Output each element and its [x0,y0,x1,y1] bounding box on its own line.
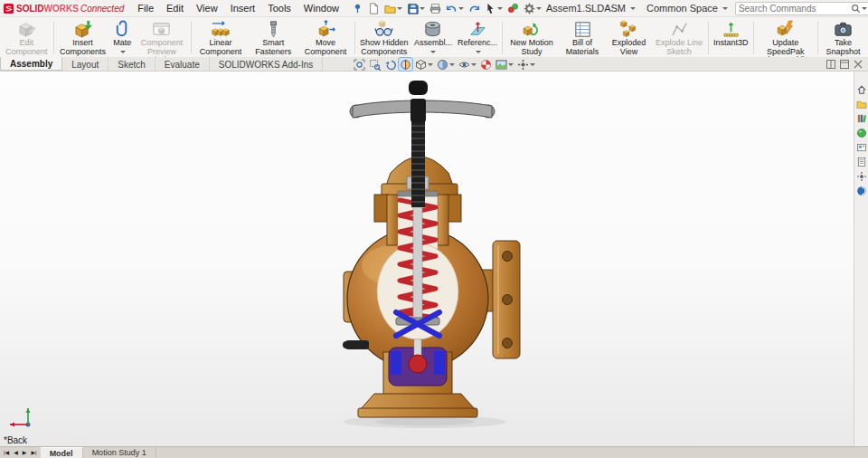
nav-last-icon[interactable]: ▶| [29,450,38,455]
mate-button[interactable]: Mate [110,19,135,57]
reference-geometry-icon [468,20,487,39]
smart-fasteners-icon [264,20,283,39]
update-speedpak-button[interactable]: Update SpeedPak Subassemblies [755,19,816,57]
redo-icon[interactable] [467,2,481,15]
open-icon[interactable] [383,2,403,15]
assembly-features-icon [423,20,442,39]
undo-icon[interactable] [445,2,465,15]
edit-component-button[interactable]: Edit Component [2,19,52,57]
document-title: Assem1.SLDASM [546,3,626,14]
valve-assembly-model[interactable] [298,72,542,434]
search-input[interactable] [739,4,851,14]
split-pane-icon[interactable] [826,60,835,69]
float-pane-icon[interactable] [840,60,849,69]
3dexperience-compass-icon[interactable] [856,186,867,196]
move-component-button[interactable]: Move Component [298,19,353,57]
insert-components-button[interactable]: Insert Components [55,19,109,57]
explode-line-sketch-icon [670,20,689,39]
previous-view-icon[interactable] [383,58,397,71]
view-orientation-icon[interactable] [414,58,434,71]
hide-show-items-icon[interactable] [458,58,477,71]
new-motion-study-button[interactable]: New Motion Study [505,19,559,57]
app-logo: SOLIDWORKSConnected [4,3,124,14]
search-icon[interactable] [851,4,861,14]
search-commands-box [735,2,868,15]
menu-tools[interactable]: Tools [261,1,297,15]
component-preview-window-icon [152,20,171,39]
pane-controls [826,57,868,71]
view-palette-icon[interactable] [856,142,867,153]
tab-motion-study-1[interactable]: Motion Study 1 [83,447,156,458]
tab-model[interactable]: Model [41,447,83,458]
menu-view[interactable]: View [190,1,224,15]
select-cursor-icon[interactable] [484,2,504,15]
insert-components-icon [73,20,92,39]
tab-evaluate[interactable]: Evaluate [156,57,210,71]
print-icon[interactable] [429,2,442,15]
view-settings-icon[interactable] [516,58,536,71]
exploded-view-button[interactable]: Exploded View [606,19,652,57]
menu-window[interactable]: Window [297,1,345,15]
linear-component-pattern-button[interactable]: Linear Component Pattern [193,19,248,57]
graphics-viewport[interactable]: *Back [0,72,854,446]
solidworks-window: SOLIDWORKSConnected File Edit View Inser… [0,0,868,458]
menu-edit[interactable]: Edit [160,1,190,15]
nav-first-icon[interactable]: |◀ [2,450,11,455]
instant3d-icon [722,20,741,39]
pin-icon[interactable] [351,2,364,15]
save-icon[interactable] [406,2,426,15]
bill-of-materials-icon [573,20,592,39]
edit-appearance-icon[interactable] [479,58,493,71]
update-speedpak-icon [776,20,795,39]
new-motion-study-icon [522,20,541,39]
assembly-features-button[interactable]: Assembl... [411,19,455,57]
linear-component-pattern-icon [211,20,230,39]
settings-icon[interactable] [856,171,867,182]
menu-bar: File Edit View Insert Tools Window [131,1,345,15]
properties-icon[interactable] [856,157,867,167]
take-snapshot-button[interactable]: Take Snapshot [820,19,866,57]
smart-fasteners-button[interactable]: Smart Fasteners [248,19,298,57]
instant3d-button[interactable]: Instant3D [711,19,751,57]
design-library-icon[interactable] [856,113,867,124]
workspace-selector[interactable]: Common Space [646,3,718,14]
folder-icon[interactable] [856,99,867,110]
new-document-icon[interactable] [367,2,381,15]
bill-of-materials-button[interactable]: Bill of Materials [559,19,606,57]
zoom-fit-icon[interactable] [353,58,366,71]
explode-line-sketch-button[interactable]: Explode Line Sketch [652,19,706,57]
component-preview-window-button[interactable]: Component Preview Window [135,19,189,57]
appearances-sphere-icon[interactable] [856,128,867,138]
edit-component-icon [17,20,36,39]
command-tab-row: Assembly Layout Sketch Evaluate SOLIDWOR… [0,57,868,72]
close-pane-icon[interactable] [854,60,863,69]
home-icon[interactable] [856,84,867,95]
workspace-chevron-icon[interactable] [722,7,728,13]
orientation-triad [5,401,35,432]
exploded-view-icon [619,20,638,39]
menu-insert[interactable]: Insert [224,1,262,15]
tab-layout[interactable]: Layout [62,57,108,71]
apply-scene-icon[interactable] [495,58,514,71]
options-gear-icon[interactable] [523,2,542,15]
tab-solidworks-add-ins[interactable]: SOLIDWORKS Add-Ins [210,57,323,71]
nav-prev-icon[interactable]: ◀ [12,450,20,455]
command-manager-ribbon: Edit Component Insert Components Mate Co… [0,17,868,57]
tab-sketch[interactable]: Sketch [108,57,156,71]
nav-next-icon[interactable]: ▶ [21,450,29,455]
tab-assembly[interactable]: Assembly [0,57,62,71]
menu-file[interactable]: File [131,1,160,15]
bottom-tab-bar: |◀ ◀ ▶ ▶| Model Motion Study 1 [0,446,868,458]
show-hidden-components-button[interactable]: Show Hidden Components [357,19,411,57]
display-style-icon[interactable] [436,58,456,71]
reference-geometry-button[interactable]: Referenc... [455,19,500,57]
main-area: *Back [0,72,868,446]
search-scope-chevron-icon[interactable] [862,7,867,13]
document-chevron-icon[interactable] [630,7,636,13]
show-hidden-components-icon [374,20,393,39]
title-bar: SOLIDWORKSConnected File Edit View Inser… [0,0,868,17]
zoom-area-icon[interactable] [368,58,382,71]
section-view-icon[interactable] [399,58,412,71]
rebuild-icon[interactable] [506,2,520,15]
solidworks-logo-icon [4,4,14,14]
